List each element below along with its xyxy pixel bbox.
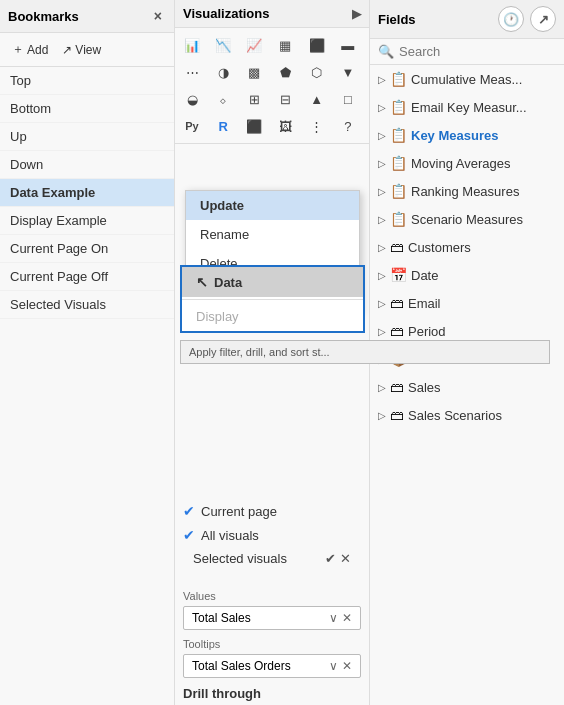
field-group-moving-averages: ▷ 📋 Moving Averages [370, 149, 564, 177]
viz-icon-clustered-bar[interactable]: 📉 [210, 32, 236, 58]
field-group-header[interactable]: ▷ 🗃 Email [370, 291, 564, 315]
view-bookmark-button[interactable]: ↗ View [58, 39, 105, 60]
field-group-header[interactable]: ▷ 📋 Cumulative Meas... [370, 67, 564, 91]
chevron-icon: ▷ [378, 158, 386, 169]
group-name-sales-scenarios: Sales Scenarios [408, 408, 502, 423]
viz-expand-icon[interactable]: ▶ [352, 7, 361, 21]
field-group-scenario-measures: ▷ 📋 Scenario Measures [370, 205, 564, 233]
search-input[interactable] [399, 44, 564, 59]
field-group-header[interactable]: ▷ 📅 Date [370, 263, 564, 287]
bookmarks-title: Bookmarks [8, 9, 79, 24]
close-icon[interactable]: ✕ [340, 551, 351, 566]
data-submenu-data[interactable]: ↖ Data [182, 267, 363, 297]
field-group-sales: ▷ 🗃 Sales [370, 373, 564, 401]
viz-icon-line[interactable]: 📈 [241, 32, 267, 58]
chevron-down-icon[interactable]: ∨ [329, 611, 338, 625]
forward-icon[interactable]: ↗ [530, 6, 556, 32]
field-group-header[interactable]: ▷ 📋 Email Key Measur... [370, 95, 564, 119]
viz-icon-custom[interactable]: ⋮ [304, 113, 330, 139]
all-visuals-option[interactable]: ✔ All visuals [183, 523, 361, 547]
viz-icon-qna[interactable]: ? [335, 113, 361, 139]
list-item[interactable]: Bottom [0, 95, 174, 123]
table-icon: 🗃 [390, 379, 404, 395]
total-sales-orders-label: Total Sales Orders [192, 659, 291, 673]
viz-icon-ribbon[interactable]: ⬛ [304, 32, 330, 58]
viz-icon-kpi[interactable]: ▲ [304, 86, 330, 112]
data-submenu-box: ↖ Data Display [180, 265, 365, 333]
selected-visuals-label[interactable]: Selected visuals [193, 551, 287, 566]
bookmark-list: Top Bottom Up Down Data Example Display … [0, 67, 174, 705]
field-group-header[interactable]: ▷ 🗃 Sales Scenarios [370, 403, 564, 427]
field-group-sales-scenarios: ▷ 🗃 Sales Scenarios [370, 401, 564, 429]
table-icon: 🗃 [390, 407, 404, 423]
viz-icon-scatter[interactable]: ⋯ [179, 59, 205, 85]
field-group-ranking-measures: ▷ 📋 Ranking Measures [370, 177, 564, 205]
viz-icon-area[interactable]: ▦ [272, 32, 298, 58]
field-group-header[interactable]: ▷ 📋 Key Measures [370, 123, 564, 147]
field-group-date: ▷ 📅 Date [370, 261, 564, 289]
tooltips-chip[interactable]: Total Sales Orders ∨ ✕ [183, 654, 361, 678]
context-menu-update[interactable]: Update [186, 191, 359, 220]
field-group-header[interactable]: ▷ 🗃 Customers [370, 235, 564, 259]
viz-icon-pie[interactable]: ◑ [210, 59, 236, 85]
viz-icon-treemap[interactable]: ▩ [241, 59, 267, 85]
list-item[interactable]: Selected Visuals [0, 291, 174, 319]
list-item[interactable]: Up [0, 123, 174, 151]
remove-icon[interactable]: ✕ [342, 659, 352, 673]
viz-icon-table[interactable]: ⊞ [241, 86, 267, 112]
viz-icon-python[interactable]: Py [179, 113, 205, 139]
chevron-icon: ▷ [378, 242, 386, 253]
remove-icon[interactable]: ✕ [342, 611, 352, 625]
viz-icon-image[interactable]: 🖼 [272, 113, 298, 139]
field-group-header[interactable]: ▷ 📋 Moving Averages [370, 151, 564, 175]
apply-filter-strip: Apply filter, drill, and sort st... [180, 340, 550, 364]
viz-icon-card[interactable]: □ [335, 86, 361, 112]
table-icon: 📋 [390, 155, 407, 171]
viz-icon-waterfall[interactable]: ▬ [335, 32, 361, 58]
table-icon: 📋 [390, 183, 407, 199]
viz-icon-gauge[interactable]: ◒ [179, 86, 205, 112]
group-name-customers: Customers [408, 240, 471, 255]
list-item-data-example[interactable]: Data Example [0, 179, 174, 207]
fields-header: Fields 🕐 ↗ [370, 0, 564, 39]
viz-icon-shape[interactable]: ⬛ [241, 113, 267, 139]
history-icon[interactable]: 🕐 [498, 6, 524, 32]
chevron-icon: ▷ [378, 74, 386, 85]
current-page-option[interactable]: ✔ Current page [183, 499, 361, 523]
values-chip[interactable]: Total Sales ∨ ✕ [183, 606, 361, 630]
fields-header-icons: 🕐 ↗ [498, 6, 556, 32]
visualizations-panel: Visualizations ▶ 📊 📉 📈 ▦ ⬛ ▬ ⋯ ◑ ▩ ⬟ ⬡ ▼… [175, 0, 370, 705]
drill-section: Drill through Cross-report Off [183, 686, 361, 705]
viz-icon-stacked-bar[interactable]: 📊 [179, 32, 205, 58]
viz-icon-r[interactable]: R [210, 113, 236, 139]
context-menu-rename[interactable]: Rename [186, 220, 359, 249]
chevron-icon: ▷ [378, 298, 386, 309]
list-item[interactable]: Display Example [0, 207, 174, 235]
field-group-header[interactable]: ▷ 📋 Scenario Measures [370, 207, 564, 231]
viz-icon-filter[interactable]: ⬦ [210, 86, 236, 112]
check-x-row: ✔ ✕ [325, 551, 351, 566]
viz-icon-matrix[interactable]: ⊟ [272, 86, 298, 112]
field-group-email: ▷ 🗃 Email [370, 289, 564, 317]
group-name-key-measures: Key Measures [411, 128, 498, 143]
total-sales-label: Total Sales [192, 611, 251, 625]
list-item[interactable]: Current Page On [0, 235, 174, 263]
checkmark-icon[interactable]: ✔ [325, 551, 336, 566]
chevron-down-icon[interactable]: ∨ [329, 659, 338, 673]
viz-icon-map[interactable]: ⬟ [272, 59, 298, 85]
add-bookmark-button[interactable]: ＋ Add [8, 39, 52, 60]
tooltips-label: Tooltips [183, 638, 361, 650]
bookmarks-toolbar: ＋ Add ↗ View [0, 33, 174, 67]
list-item[interactable]: Top [0, 67, 174, 95]
bookmarks-close-button[interactable]: × [150, 6, 166, 26]
table-icon: 🗃 [390, 295, 404, 311]
values-label: Values [183, 590, 361, 602]
list-item[interactable]: Current Page Off [0, 263, 174, 291]
field-group-header[interactable]: ▷ 📋 Ranking Measures [370, 179, 564, 203]
viz-icon-filled-map[interactable]: ⬡ [304, 59, 330, 85]
chevron-icon: ▷ [378, 186, 386, 197]
context-menu-display[interactable]: Display [182, 302, 363, 331]
list-item[interactable]: Down [0, 151, 174, 179]
viz-icon-funnel[interactable]: ▼ [335, 59, 361, 85]
field-group-header[interactable]: ▷ 🗃 Sales [370, 375, 564, 399]
